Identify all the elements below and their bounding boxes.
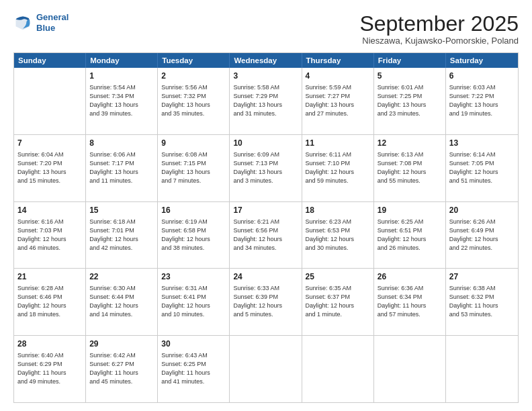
calendar-cell: 8Sunrise: 6:06 AM Sunset: 7:17 PM Daylig… bbox=[86, 135, 158, 201]
calendar-cell: 22Sunrise: 6:30 AM Sunset: 6:44 PM Dayli… bbox=[86, 269, 158, 335]
calendar-cell: 29Sunrise: 6:42 AM Sunset: 6:27 PM Dayli… bbox=[86, 336, 158, 402]
calendar-cell bbox=[230, 336, 302, 402]
calendar-cell bbox=[14, 68, 86, 134]
calendar-row: 1Sunrise: 5:54 AM Sunset: 7:34 PM Daylig… bbox=[14, 68, 518, 134]
cell-info: Sunrise: 5:58 AM Sunset: 7:29 PM Dayligh… bbox=[233, 83, 298, 118]
calendar-cell: 27Sunrise: 6:38 AM Sunset: 6:32 PM Dayli… bbox=[446, 269, 518, 335]
day-number: 26 bbox=[378, 271, 442, 283]
cell-info: Sunrise: 6:28 AM Sunset: 6:46 PM Dayligh… bbox=[17, 284, 82, 319]
calendar-cell: 15Sunrise: 6:18 AM Sunset: 7:01 PM Dayli… bbox=[86, 202, 158, 269]
day-number: 27 bbox=[449, 271, 515, 283]
day-number: 18 bbox=[306, 205, 370, 216]
cell-info: Sunrise: 6:40 AM Sunset: 6:29 PM Dayligh… bbox=[17, 351, 82, 386]
day-number: 11 bbox=[306, 138, 370, 149]
cell-info: Sunrise: 6:33 AM Sunset: 6:39 PM Dayligh… bbox=[233, 284, 298, 319]
calendar-cell: 13Sunrise: 6:14 AM Sunset: 7:05 PM Dayli… bbox=[446, 135, 518, 201]
calendar-cell: 6Sunrise: 6:03 AM Sunset: 7:22 PM Daylig… bbox=[446, 68, 518, 134]
calendar-cell: 16Sunrise: 6:19 AM Sunset: 6:58 PM Dayli… bbox=[158, 202, 230, 269]
day-number: 21 bbox=[17, 271, 82, 283]
calendar-cell: 25Sunrise: 6:35 AM Sunset: 6:37 PM Dayli… bbox=[302, 269, 374, 335]
cell-info: Sunrise: 6:23 AM Sunset: 6:53 PM Dayligh… bbox=[306, 218, 370, 253]
header-day: Monday bbox=[86, 53, 158, 68]
header-day: Thursday bbox=[302, 53, 374, 68]
subtitle: Nieszawa, Kujawsko-Pomorskie, Poland bbox=[359, 36, 519, 46]
calendar-cell: 20Sunrise: 6:26 AM Sunset: 6:49 PM Dayli… bbox=[446, 202, 518, 269]
cell-info: Sunrise: 6:38 AM Sunset: 6:32 PM Dayligh… bbox=[449, 284, 515, 319]
day-number: 9 bbox=[161, 138, 226, 149]
calendar-cell: 3Sunrise: 5:58 AM Sunset: 7:29 PM Daylig… bbox=[230, 68, 302, 134]
cell-info: Sunrise: 6:14 AM Sunset: 7:05 PM Dayligh… bbox=[449, 150, 515, 185]
calendar-cell bbox=[374, 336, 446, 402]
day-number: 7 bbox=[17, 138, 82, 149]
calendar-header: SundayMondayTuesdayWednesdayThursdayFrid… bbox=[14, 53, 518, 68]
cell-info: Sunrise: 5:54 AM Sunset: 7:34 PM Dayligh… bbox=[89, 83, 154, 118]
header: General Blue September 2025 Nieszawa, Ku… bbox=[13, 12, 519, 46]
cell-info: Sunrise: 6:08 AM Sunset: 7:15 PM Dayligh… bbox=[161, 150, 226, 185]
calendar-cell: 24Sunrise: 6:33 AM Sunset: 6:39 PM Dayli… bbox=[230, 269, 302, 335]
logo: General Blue bbox=[13, 12, 69, 33]
calendar-cell: 10Sunrise: 6:09 AM Sunset: 7:13 PM Dayli… bbox=[230, 135, 302, 201]
day-number: 20 bbox=[449, 205, 515, 216]
header-day: Wednesday bbox=[230, 53, 302, 68]
cell-info: Sunrise: 6:18 AM Sunset: 7:01 PM Dayligh… bbox=[89, 218, 154, 253]
day-number: 23 bbox=[161, 271, 226, 283]
calendar-row: 28Sunrise: 6:40 AM Sunset: 6:29 PM Dayli… bbox=[14, 335, 518, 402]
cell-info: Sunrise: 6:26 AM Sunset: 6:49 PM Dayligh… bbox=[449, 218, 515, 253]
calendar-cell: 9Sunrise: 6:08 AM Sunset: 7:15 PM Daylig… bbox=[158, 135, 230, 201]
day-number: 2 bbox=[161, 71, 226, 82]
day-number: 14 bbox=[17, 205, 82, 216]
cell-info: Sunrise: 6:25 AM Sunset: 6:51 PM Dayligh… bbox=[378, 218, 442, 253]
cell-info: Sunrise: 6:30 AM Sunset: 6:44 PM Dayligh… bbox=[89, 284, 154, 319]
calendar-cell: 2Sunrise: 5:56 AM Sunset: 7:32 PM Daylig… bbox=[158, 68, 230, 134]
cell-info: Sunrise: 6:03 AM Sunset: 7:22 PM Dayligh… bbox=[449, 83, 515, 118]
day-number: 22 bbox=[89, 271, 154, 283]
cell-info: Sunrise: 6:21 AM Sunset: 6:56 PM Dayligh… bbox=[233, 218, 298, 253]
cell-info: Sunrise: 6:11 AM Sunset: 7:10 PM Dayligh… bbox=[306, 150, 370, 185]
cell-info: Sunrise: 6:31 AM Sunset: 6:41 PM Dayligh… bbox=[161, 284, 226, 319]
day-number: 13 bbox=[449, 138, 515, 149]
calendar-cell: 14Sunrise: 6:16 AM Sunset: 7:03 PM Dayli… bbox=[14, 202, 86, 269]
day-number: 25 bbox=[306, 271, 370, 283]
logo-icon bbox=[13, 13, 32, 32]
calendar-cell: 17Sunrise: 6:21 AM Sunset: 6:56 PM Dayli… bbox=[230, 202, 302, 269]
calendar-cell: 19Sunrise: 6:25 AM Sunset: 6:51 PM Dayli… bbox=[374, 202, 446, 269]
cell-info: Sunrise: 5:56 AM Sunset: 7:32 PM Dayligh… bbox=[161, 83, 226, 118]
day-number: 6 bbox=[449, 71, 515, 82]
calendar-row: 7Sunrise: 6:04 AM Sunset: 7:20 PM Daylig… bbox=[14, 134, 518, 201]
calendar-cell bbox=[446, 336, 518, 402]
day-number: 4 bbox=[306, 71, 370, 82]
logo-text: General Blue bbox=[36, 12, 69, 33]
day-number: 5 bbox=[378, 71, 442, 82]
day-number: 15 bbox=[89, 205, 154, 216]
calendar-cell: 30Sunrise: 6:43 AM Sunset: 6:25 PM Dayli… bbox=[158, 336, 230, 402]
calendar-cell: 4Sunrise: 5:59 AM Sunset: 7:27 PM Daylig… bbox=[302, 68, 374, 134]
cell-info: Sunrise: 6:42 AM Sunset: 6:27 PM Dayligh… bbox=[89, 351, 154, 386]
day-number: 29 bbox=[89, 338, 154, 350]
cell-info: Sunrise: 6:16 AM Sunset: 7:03 PM Dayligh… bbox=[17, 218, 82, 253]
cell-info: Sunrise: 5:59 AM Sunset: 7:27 PM Dayligh… bbox=[306, 83, 370, 118]
day-number: 30 bbox=[161, 338, 226, 350]
month-title: September 2025 bbox=[359, 12, 519, 36]
cell-info: Sunrise: 6:13 AM Sunset: 7:08 PM Dayligh… bbox=[378, 150, 442, 185]
day-number: 12 bbox=[378, 138, 442, 149]
calendar-row: 21Sunrise: 6:28 AM Sunset: 6:46 PM Dayli… bbox=[14, 268, 518, 335]
cell-info: Sunrise: 6:19 AM Sunset: 6:58 PM Dayligh… bbox=[161, 218, 226, 253]
day-number: 16 bbox=[161, 205, 226, 216]
day-number: 24 bbox=[233, 271, 298, 283]
calendar-cell: 7Sunrise: 6:04 AM Sunset: 7:20 PM Daylig… bbox=[14, 135, 86, 201]
day-number: 17 bbox=[233, 205, 298, 216]
cell-info: Sunrise: 6:01 AM Sunset: 7:25 PM Dayligh… bbox=[378, 83, 442, 118]
calendar-body: 1Sunrise: 5:54 AM Sunset: 7:34 PM Daylig… bbox=[14, 68, 518, 402]
calendar-cell: 26Sunrise: 6:36 AM Sunset: 6:34 PM Dayli… bbox=[374, 269, 446, 335]
day-number: 19 bbox=[378, 205, 442, 216]
calendar-cell: 1Sunrise: 5:54 AM Sunset: 7:34 PM Daylig… bbox=[86, 68, 158, 134]
calendar-cell: 11Sunrise: 6:11 AM Sunset: 7:10 PM Dayli… bbox=[302, 135, 374, 201]
page: General Blue September 2025 Nieszawa, Ku… bbox=[0, 0, 532, 411]
header-day: Sunday bbox=[14, 53, 86, 68]
cell-info: Sunrise: 6:06 AM Sunset: 7:17 PM Dayligh… bbox=[89, 150, 154, 185]
calendar-cell: 18Sunrise: 6:23 AM Sunset: 6:53 PM Dayli… bbox=[302, 202, 374, 269]
calendar-cell: 28Sunrise: 6:40 AM Sunset: 6:29 PM Dayli… bbox=[14, 336, 86, 402]
cell-info: Sunrise: 6:04 AM Sunset: 7:20 PM Dayligh… bbox=[17, 150, 82, 185]
calendar-cell: 21Sunrise: 6:28 AM Sunset: 6:46 PM Dayli… bbox=[14, 269, 86, 335]
day-number: 28 bbox=[17, 338, 82, 350]
